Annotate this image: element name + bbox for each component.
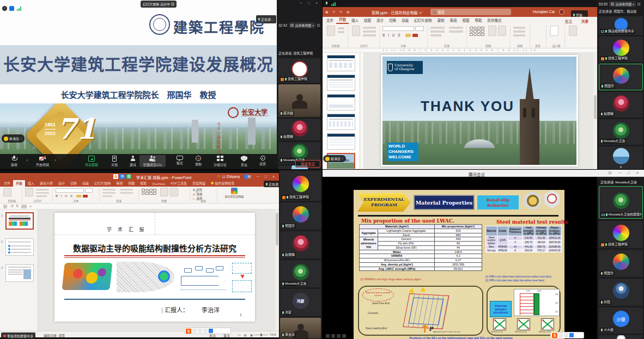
participant-tile[interactable]: Mostafa大卫治 <box>599 119 643 145</box>
ime-punct-icon[interactable] <box>564 333 568 337</box>
tab-file[interactable]: 文件 <box>324 17 336 24</box>
tab-format[interactable]: 形状格式 <box>485 17 505 24</box>
tab-design[interactable]: 设计 <box>56 180 68 187</box>
participant-tile[interactable]: 建筑工程学院 <box>599 221 643 248</box>
tab-baidu-pan[interactable]: 百度网盘 <box>190 180 208 187</box>
info-icon[interactable]: i <box>2 6 7 11</box>
tab-meihua[interactable]: 美化大师 <box>37 180 56 187</box>
arrange-button[interactable] <box>160 188 168 196</box>
toolbar-icon[interactable] <box>342 334 346 338</box>
settings-button[interactable]: 设置 <box>252 156 274 166</box>
participant-tile[interactable]: 李治洋 <box>280 318 321 338</box>
slide-thumbnail[interactable] <box>327 114 355 130</box>
participant-tile[interactable]: 邢国华 <box>280 202 321 230</box>
save-icon[interactable] <box>3 205 7 208</box>
replace-button[interactable]: ⇄替换 <box>193 192 203 196</box>
tab-review[interactable]: 审阅 <box>447 17 460 24</box>
participant-tile[interactable]: 建筑工程学院 <box>599 36 643 62</box>
quick-access-row[interactable]: ↺ ↻ ▾ <box>0 204 279 209</box>
fullscreen-icon[interactable]: ⊡ <box>637 2 641 7</box>
quick-styles-button[interactable] <box>170 188 178 196</box>
share-indicator-pill[interactable]: 幻灯片放映·演示中 <box>141 1 177 8</box>
tab-transitions[interactable]: 切换 <box>386 17 399 24</box>
status-accessibility[interactable]: 辅助功能: 调查 <box>44 333 65 338</box>
window-controls[interactable]: ▤ ─ □ × <box>247 175 277 179</box>
slide-thumbnail[interactable] <box>327 94 355 110</box>
members-button[interactable]: 管理成员(21) <box>139 155 166 167</box>
chevron-up-icon[interactable]: ∧ <box>26 158 28 162</box>
participant-tile[interactable]: 孙阳 <box>599 279 643 306</box>
breakout-button[interactable]: 分组讨论 <box>208 156 232 167</box>
slide-thumbnail[interactable] <box>5 238 34 256</box>
share-button[interactable]: 共享 <box>581 19 588 24</box>
settings-icon[interactable] <box>9 6 14 11</box>
font-style-buttons[interactable]: B I U S <box>382 33 402 37</box>
new-slide-button[interactable] <box>352 26 360 36</box>
tab-animations[interactable]: 动画 <box>80 180 92 187</box>
zoom-level[interactable]: 72% <box>270 333 276 336</box>
ime-keyboard-icon[interactable] <box>209 329 213 333</box>
ime-icon[interactable]: 图 <box>126 174 131 179</box>
participant-tile[interactable]: 沙健 沙大健 <box>599 307 643 334</box>
font-size-box[interactable] <box>415 26 424 31</box>
vertical-scrollbar[interactable] <box>593 53 597 169</box>
view-mode-button[interactable]: 演讲者视图▾ <box>609 1 636 7</box>
slide-thumbnail[interactable] <box>5 264 34 282</box>
fullscreen-icon[interactable]: ⊡ <box>317 23 320 28</box>
sogou-ime-bar[interactable]: S <box>184 328 231 334</box>
participant-tile[interactable]: 赵朋棋 <box>599 92 643 118</box>
redo-icon[interactable]: ↻ <box>16 204 19 208</box>
tab-home[interactable]: 开始 <box>13 180 25 187</box>
shapes-gallery[interactable] <box>142 189 156 195</box>
quick-styles-button[interactable] <box>498 26 506 36</box>
ime-keyboard-icon[interactable] <box>569 333 574 337</box>
participant-tile[interactable]: Mostafa大卫治 <box>280 260 321 287</box>
participant-tile[interactable]: 赵朋棋 <box>280 231 321 258</box>
record-button[interactable]: 录制 <box>187 156 209 167</box>
tab-onenote[interactable]: OneNote <box>149 182 168 187</box>
tab-home[interactable]: 开始 <box>336 16 349 24</box>
participant-tile[interactable]: 鸿蒙 鸿蒙 <box>280 289 321 316</box>
tab-design[interactable]: 设计 <box>374 17 386 24</box>
new-slide-button[interactable] <box>25 188 33 196</box>
collapsed-toolbar[interactable] <box>326 334 346 338</box>
find-button[interactable]: 查找 <box>193 188 203 192</box>
tab-insert[interactable]: 插入 <box>25 180 37 187</box>
toolbar-icon[interactable] <box>326 334 330 338</box>
tab-help[interactable]: 帮助 <box>137 180 149 187</box>
comments-button[interactable]: 批注 <box>565 19 572 24</box>
view-mode-button[interactable]: 演讲者视图▾ <box>289 22 315 28</box>
meeting-floating-bar[interactable]: 新消息 < <box>323 155 346 162</box>
participant-tile-partial[interactable]: 小公仆 <box>599 335 643 339</box>
share-screen-button[interactable]: 共享屏幕 <box>81 156 102 167</box>
tab-slideshow[interactable]: 幻灯片放映 <box>411 17 435 24</box>
tab-slideshow[interactable]: 幻灯片放映 <box>92 180 113 187</box>
font-style-buttons[interactable]: B I U S <box>56 194 74 198</box>
slide-thumbnail[interactable] <box>327 133 355 150</box>
quick-access-toolbar[interactable]: ▣ ↺ ↻ ▤ <box>325 10 351 14</box>
shapes-gallery[interactable] <box>470 27 484 36</box>
mute-button[interactable]: 静音 <box>3 156 25 167</box>
sogou-ime-bar[interactable]: S <box>550 332 584 338</box>
arrange-button[interactable] <box>488 26 496 36</box>
chat-preview-pill[interactable]: 新消息 < <box>2 134 25 143</box>
tab-file[interactable]: 文件 <box>1 180 13 187</box>
slide-thumbnail[interactable] <box>327 55 355 71</box>
paste-button[interactable] <box>3 188 11 196</box>
slide-thumbnail-selected[interactable] <box>5 212 34 230</box>
tab-view[interactable]: 视图 <box>460 17 472 24</box>
participant-tile[interactable]: 建筑工程学院 <box>278 58 320 83</box>
slide-thumbnail[interactable] <box>327 75 355 91</box>
view-buttons[interactable]: ▭ ▤ ▣ <box>238 333 254 337</box>
tab-draw[interactable]: 绘图 <box>361 17 374 24</box>
scrollbar-thumb[interactable] <box>594 95 597 119</box>
zoom-slider[interactable] <box>254 335 268 335</box>
toolbar-icon[interactable] <box>331 334 335 338</box>
tab-transitions[interactable]: 切换 <box>68 180 80 187</box>
paste-button[interactable] <box>327 26 335 36</box>
tab-pdf-tools[interactable]: PDF工具集 <box>168 180 190 187</box>
font-size-box[interactable] <box>85 188 93 193</box>
participant-tile[interactable]: 蔡鸿健 <box>278 84 320 117</box>
tell-me-search[interactable]: 操作说明搜索 <box>208 180 237 187</box>
font-name-box[interactable] <box>56 188 84 193</box>
